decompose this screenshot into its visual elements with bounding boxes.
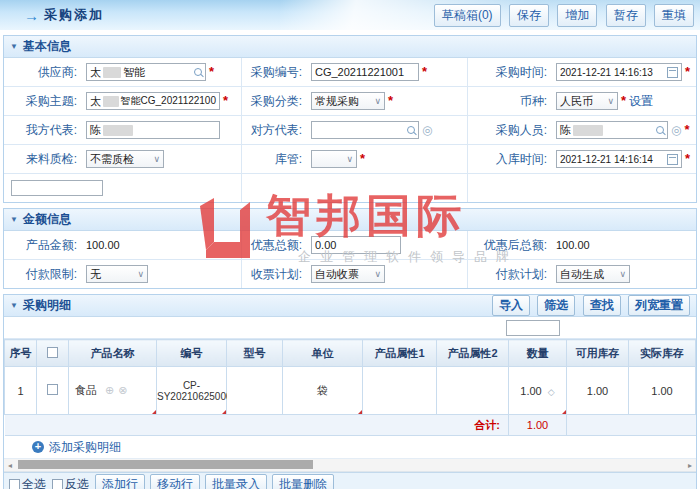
qty-tool-icon[interactable]: ◇ — [548, 387, 555, 397]
row-unit: 袋 — [283, 367, 363, 415]
batch-entry-button[interactable]: 批量录入 — [205, 474, 267, 489]
reset-column-width-button[interactable]: 列宽重置 — [628, 295, 690, 316]
chevron-down-icon: ∨ — [137, 269, 144, 279]
invoice-plan-select[interactable]: 自动收票 ∨ — [311, 265, 385, 283]
col-attr2: 产品属性2 — [437, 340, 509, 367]
scrollbar-thumb[interactable] — [18, 460, 313, 469]
their-rep-label: 对方代表: — [241, 116, 307, 144]
add-row-button[interactable]: 添加行 — [95, 474, 145, 489]
horizontal-scrollbar[interactable]: ◂ ▸ — [4, 459, 696, 472]
col-actual: 实际库存 — [629, 340, 696, 367]
purchase-details-header[interactable]: ▼ 采购明细 导入 筛选 查找 列宽重置 — [4, 295, 696, 317]
search-icon[interactable] — [407, 126, 415, 134]
find-button[interactable]: 查找 — [583, 295, 621, 316]
batch-delete-button[interactable]: 批量删除 — [272, 474, 334, 489]
amount-info-section: ▼ 金额信息 产品金额: 100.00 优惠总额: 优惠后总额: 100.00 … — [3, 208, 697, 289]
col-unit: 单位 — [283, 340, 363, 367]
basic-info-header[interactable]: ▼ 基本信息 — [4, 36, 696, 58]
currency-select[interactable]: 人民币 ∨ — [556, 92, 618, 110]
row-attr2 — [437, 367, 509, 415]
discount-total-label: 优惠总额: — [241, 231, 307, 259]
storage-time-input[interactable] — [556, 150, 682, 168]
chevron-down-icon: ∨ — [153, 154, 160, 164]
page-title: 采购添加 — [44, 6, 104, 24]
collapse-caret-icon[interactable]: ▼ — [10, 301, 18, 310]
keeper-select[interactable]: ∨ — [311, 150, 357, 168]
currency-label: 币种: — [467, 87, 552, 115]
chevron-down-icon: ∨ — [346, 154, 353, 164]
org-picker-icon[interactable]: ◎ — [671, 124, 681, 136]
pay-limit-select[interactable]: 无 ∨ — [86, 265, 148, 283]
collapse-caret-icon[interactable]: ▼ — [10, 215, 18, 224]
row-add-icon[interactable]: ⊕ — [105, 384, 118, 396]
their-rep-input[interactable] — [311, 121, 419, 139]
required-mark: * — [684, 125, 689, 135]
add-button[interactable]: 增加 — [557, 4, 597, 27]
censored-text — [573, 125, 603, 136]
title-bar: → 采购添加 草稿箱(0) 保存 增加 暂存 重填 — [0, 0, 700, 30]
required-mark: * — [360, 154, 365, 164]
add-plus-icon[interactable]: + — [32, 441, 44, 453]
select-all-label: 全选 — [22, 476, 46, 489]
amount-info-header[interactable]: ▼ 金额信息 — [4, 209, 696, 231]
purchaser-label: 采购人员: — [467, 116, 552, 144]
chevron-down-icon: ∨ — [607, 96, 614, 106]
row-seq: 1 — [5, 367, 37, 415]
qc-select[interactable]: 不需质检 ∨ — [86, 150, 164, 168]
row-product-name[interactable]: 食品⊕⊗ — [69, 367, 157, 415]
purchaser-input[interactable]: 陈 — [556, 121, 668, 139]
currency-settings-link[interactable]: 设置 — [629, 93, 653, 110]
pay-plan-label: 付款计划: — [467, 260, 552, 288]
import-button[interactable]: 导入 — [492, 295, 530, 316]
search-icon[interactable] — [194, 68, 202, 76]
supplier-input[interactable]: 太 智能 — [86, 63, 206, 81]
row-attr1 — [363, 367, 437, 415]
col-name: 产品名称 — [69, 340, 157, 367]
collapse-caret-icon[interactable]: ▼ — [10, 42, 18, 51]
purchase-time-input[interactable] — [556, 63, 682, 81]
required-mark: * — [685, 67, 690, 77]
category-select[interactable]: 常规采购 ∨ — [311, 92, 385, 110]
details-search-input[interactable] — [506, 320, 560, 336]
calendar-icon[interactable] — [667, 154, 678, 165]
required-mark: * — [223, 96, 228, 106]
subject-input[interactable]: 太 智能CG_2021122100 — [86, 92, 220, 110]
scroll-right-icon[interactable]: ▸ — [684, 461, 696, 470]
pay-plan-select[interactable]: 自动生成 ∨ — [556, 265, 630, 283]
supplier-label: 供应商: — [4, 58, 82, 86]
reset-button[interactable]: 重填 — [654, 4, 694, 27]
search-icon[interactable] — [656, 126, 664, 134]
temp-save-button[interactable]: 暂存 — [606, 4, 646, 27]
discount-total-input[interactable] — [311, 236, 401, 254]
row-qty[interactable]: 1.00◇ — [509, 367, 567, 415]
draftbox-button[interactable]: 草稿箱(0) — [434, 4, 501, 27]
order-no-input[interactable] — [311, 63, 419, 81]
calendar-icon[interactable] — [667, 67, 678, 78]
after-discount-label: 优惠后总额: — [467, 231, 552, 259]
select-all-checkbox[interactable] — [9, 479, 20, 489]
row-available-stock: 1.00 — [567, 367, 629, 415]
row-actual-stock: 1.00 — [629, 367, 696, 415]
censored-text — [103, 67, 121, 78]
row-delete-icon[interactable]: ⊗ — [118, 384, 131, 396]
order-no-label: 采购编号: — [241, 58, 307, 86]
org-picker-icon[interactable]: ◎ — [422, 124, 432, 136]
col-code: 编号 — [157, 340, 227, 367]
select-all-checkbox[interactable] — [47, 347, 58, 358]
total-value: 1.00 — [509, 415, 567, 436]
move-row-button[interactable]: 移动行 — [150, 474, 200, 489]
add-detail-link[interactable]: 添加采购明细 — [49, 439, 121, 456]
basic-extra-input[interactable] — [11, 180, 103, 196]
our-rep-label: 我方代表: — [4, 116, 82, 144]
row-product-code[interactable]: CP- SY2021062500005 — [157, 367, 227, 415]
col-avail: 可用库存 — [567, 340, 629, 367]
invert-select-checkbox[interactable] — [52, 479, 63, 489]
filter-button[interactable]: 筛选 — [537, 295, 575, 316]
pay-limit-label: 付款限制: — [4, 260, 82, 288]
purchase-details-section: ▼ 采购明细 导入 筛选 查找 列宽重置 序号 产品名称 编号 型号 单位 产品… — [3, 294, 697, 489]
our-rep-input[interactable]: 陈 — [86, 121, 220, 139]
row-checkbox[interactable] — [47, 384, 58, 395]
scroll-left-icon[interactable]: ◂ — [4, 461, 16, 470]
chevron-down-icon: ∨ — [619, 269, 626, 279]
save-button[interactable]: 保存 — [509, 4, 549, 27]
